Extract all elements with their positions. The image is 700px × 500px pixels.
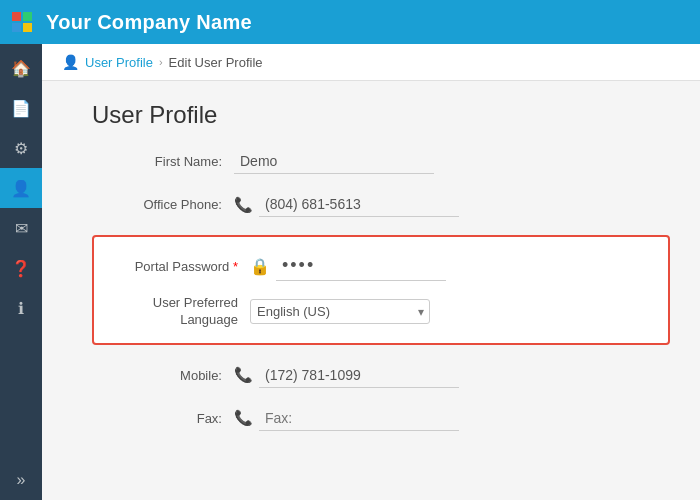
app-title: Your Company Name (46, 11, 252, 34)
sidebar-item-home[interactable]: 🏠 (0, 48, 42, 88)
first-name-label: First Name: (92, 154, 222, 169)
portal-password-input[interactable] (276, 251, 446, 281)
office-phone-wrapper: 📞 (234, 192, 459, 217)
sidebar-item-settings[interactable]: ⚙ (0, 128, 42, 168)
highlight-box: Portal Password * 🔒 User Preferred Langu… (92, 235, 670, 345)
sidebar: 🏠 📄 ⚙ 👤 ✉ ❓ ℹ » (0, 44, 42, 500)
fax-row: Fax: 📞 (92, 406, 670, 431)
portal-password-label: Portal Password * (108, 259, 238, 274)
portal-password-row: Portal Password * 🔒 (108, 251, 648, 281)
mobile-wrapper: 📞 (234, 363, 459, 388)
sidebar-item-help[interactable]: ❓ (0, 248, 42, 288)
fax-phone-icon: 📞 (234, 409, 253, 427)
breadcrumb: 👤 User Profile › Edit User Profile (42, 44, 700, 81)
fax-wrapper: 📞 (234, 406, 459, 431)
top-bar: Your Company Name (0, 0, 700, 44)
breadcrumb-parent[interactable]: User Profile (85, 55, 153, 70)
language-select[interactable]: English (US) Spanish French German (250, 299, 430, 324)
language-select-wrapper: English (US) Spanish French German (250, 299, 430, 324)
mobile-label: Mobile: (92, 368, 222, 383)
office-phone-row: Office Phone: 📞 (92, 192, 670, 217)
mobile-phone-icon: 📞 (234, 366, 253, 384)
fax-input[interactable] (259, 406, 459, 431)
sidebar-item-mail[interactable]: ✉ (0, 208, 42, 248)
page-title: User Profile (92, 101, 670, 129)
sidebar-item-user[interactable]: 👤 (0, 168, 42, 208)
main-layout: 🏠 📄 ⚙ 👤 ✉ ❓ ℹ » 👤 User Profile › Edit Us… (0, 44, 700, 500)
breadcrumb-current: Edit User Profile (169, 55, 263, 70)
main-content: 👤 User Profile › Edit User Profile User … (42, 44, 700, 500)
office-phone-input[interactable] (259, 192, 459, 217)
language-row: User Preferred Language English (US) Spa… (108, 295, 648, 329)
mobile-input[interactable] (259, 363, 459, 388)
phone-icon: 📞 (234, 196, 253, 214)
sidebar-item-info[interactable]: ℹ (0, 288, 42, 328)
lock-icon: 🔒 (250, 257, 270, 276)
form-content: User Profile First Name: Office Phone: 📞 (42, 81, 700, 469)
fax-label: Fax: (92, 411, 222, 426)
windows-logo-icon (12, 12, 32, 32)
first-name-input[interactable] (234, 149, 434, 174)
sidebar-item-documents[interactable]: 📄 (0, 88, 42, 128)
language-label: User Preferred Language (108, 295, 238, 329)
sidebar-bottom: » (0, 460, 42, 500)
sidebar-item-expand[interactable]: » (0, 460, 42, 500)
user-breadcrumb-icon: 👤 (62, 54, 79, 70)
first-name-row: First Name: (92, 149, 670, 174)
required-marker: * (233, 259, 238, 274)
mobile-row: Mobile: 📞 (92, 363, 670, 388)
breadcrumb-separator: › (159, 56, 163, 68)
office-phone-label: Office Phone: (92, 197, 222, 212)
